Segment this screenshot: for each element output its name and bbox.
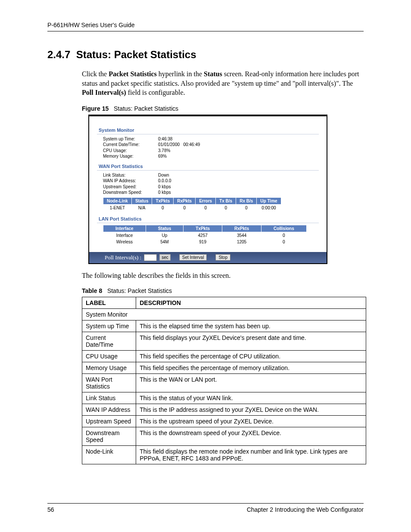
table-row: Current Date/TimeThis field displays you… — [82, 332, 366, 350]
stop-button[interactable]: Stop — [215, 254, 230, 261]
cell: Up — [146, 232, 184, 239]
kv-value: 0 kbps — [158, 184, 171, 190]
poll-unit: sec — [159, 254, 171, 261]
kv-row: Memory Usage:69% — [103, 153, 319, 159]
cell: 0 — [216, 204, 236, 211]
kv-row: CPU Usage:3.78% — [103, 148, 319, 154]
section-heading: 2.4.7 Status: Packet Statistics — [47, 49, 364, 61]
cell-description: This is the status of your WAN link. — [136, 392, 366, 404]
cell-label: Node-Link — [82, 445, 136, 464]
col-header: RxPkts — [174, 197, 196, 204]
kv-row: WAN IP Address:0.0.0.0 — [103, 178, 319, 184]
kv-label: System up Time: — [103, 136, 158, 142]
set-interval-button[interactable]: Set Interval — [179, 254, 207, 261]
panel-title-lan: LAN Port Statistics — [97, 215, 319, 223]
cell-label: Current Date/Time — [82, 332, 136, 350]
col-header: Rx B/s — [236, 197, 257, 204]
col-header: TxPkts — [152, 197, 174, 204]
table-label: Table 8 — [82, 287, 102, 294]
kv-value: 0:46:38 — [158, 136, 172, 142]
cell-description: This field displays your ZyXEL Device's … — [136, 332, 366, 350]
description-table: LABELDESCRIPTIONSystem MonitorSystem up … — [82, 297, 366, 464]
kv-row: Current Date/Time:01/01/2000 00:46:49 — [103, 142, 319, 148]
cell: 1205 — [222, 239, 262, 245]
table-row: 1-ENETN/A000000:00:00 — [103, 204, 281, 211]
cell-span: System Monitor — [82, 308, 366, 320]
col-header: TxPkts — [184, 225, 222, 232]
cell: 0 — [261, 239, 306, 245]
kv-label: CPU Usage: — [103, 148, 158, 154]
kv-row: Upstream Speed:0 kbps — [103, 184, 319, 190]
cell-label: Downstream Speed — [82, 427, 136, 445]
cell-label: WAN IP Address — [82, 404, 136, 415]
poll-label: Poll Interval(s) : — [105, 254, 141, 261]
table-row: Link StatusThis is the status of your WA… — [82, 392, 366, 404]
col-header: Status — [146, 225, 184, 232]
cell: 0 — [236, 204, 257, 211]
kv-value: 01/01/2000 00:46:49 — [158, 142, 200, 148]
figure-screenshot: System Monitor System up Time:0:46:38Cur… — [88, 115, 327, 264]
cell: Interface — [103, 232, 146, 239]
table-caption: Table 8 Status: Packet Statistics — [82, 287, 364, 294]
figure-caption: Figure 15 Status: Packet Statistics — [82, 105, 364, 112]
col-header: Interface — [103, 225, 146, 232]
kv-value: 69% — [158, 153, 167, 159]
kv-label: Downstream Speed: — [103, 190, 158, 196]
kv-row: System up Time:0:46:38 — [103, 136, 319, 142]
cell: 0 — [196, 204, 216, 211]
page-number: 56 — [47, 506, 54, 513]
cell: 4257 — [184, 232, 222, 239]
cell: Wireless — [103, 239, 146, 245]
kv-label: Upstream Speed: — [103, 184, 158, 190]
section-title: Status: Packet Statistics — [76, 49, 196, 60]
cell-label: CPU Usage — [82, 350, 136, 362]
poll-interval-input[interactable] — [144, 254, 157, 261]
kv-label: Memory Usage: — [103, 153, 158, 159]
figure-title: Status: Packet Statistics — [114, 105, 178, 112]
cell: 0 — [152, 204, 174, 211]
cell: 3544 — [222, 232, 262, 239]
kv-label: WAN IP Address: — [103, 178, 158, 184]
kv-value: 0 kbps — [158, 190, 171, 196]
kv-row: Downstream Speed:0 kbps — [103, 190, 319, 196]
table-row: System Monitor — [82, 308, 366, 320]
table-row: System up TimeThis is the elapsed time t… — [82, 320, 366, 332]
col-header: Tx B/s — [216, 197, 236, 204]
cell-label: Link Status — [82, 392, 136, 404]
cell-description: This field specifies the percentage of C… — [136, 350, 366, 362]
cell: 0 — [174, 204, 196, 211]
table-row: InterfaceUp425735440 — [103, 232, 307, 239]
kv-label: Current Date/Time: — [103, 142, 158, 148]
follow-paragraph: The following table describes the fields… — [82, 272, 364, 280]
col-header: Up Time — [257, 197, 281, 204]
kv-value: Down — [158, 172, 169, 178]
table-row: CPU UsageThis field specifies the percen… — [82, 350, 366, 362]
page-footer: 56 Chapter 2 Introducing the Web Configu… — [47, 503, 364, 513]
wan-kv-block: Link Status:DownWAN IP Address:0.0.0.0Up… — [97, 171, 319, 197]
panel-title-wan: WAN Port Statistics — [97, 163, 319, 171]
cell-description: This is the IP address assigned to your … — [136, 404, 366, 415]
lan-stats-table: InterfaceStatusTxPktsRxPktsCollisionsInt… — [103, 225, 307, 245]
cell: 0 — [261, 232, 306, 239]
cell-description: This is the elapsed time the system has … — [136, 320, 366, 332]
col-header: Status — [131, 197, 152, 204]
kv-value: 0.0.0.0 — [158, 178, 171, 184]
poll-interval-bar: Poll Interval(s) : sec Set Interval Stop — [89, 252, 327, 263]
col-header-label: LABEL — [82, 297, 136, 308]
running-head: P-661H/HW Series User's Guide — [47, 22, 364, 31]
cell-description: This field specifies the percentage of m… — [136, 362, 366, 373]
table-row: WAN Port StatisticsThis is the WAN or LA… — [82, 373, 366, 392]
system-monitor-block: System up Time:0:46:38Current Date/Time:… — [97, 134, 319, 161]
col-header: Collisions — [261, 225, 306, 232]
cell: 0:00:00 — [257, 204, 281, 211]
cell: 1-ENET — [103, 204, 132, 211]
cell: 54M — [146, 239, 184, 245]
table-row: Node-LinkThis field displays the remote … — [82, 445, 366, 464]
table-row: Wireless54M91912050 — [103, 239, 307, 245]
table-row: Downstream SpeedThis is the downstream s… — [82, 427, 366, 445]
wan-stats-table: Node-LinkStatusTxPktsRxPktsErrorsTx B/sR… — [103, 197, 281, 211]
cell: N/A — [131, 204, 152, 211]
col-header: Node-Link — [103, 197, 132, 204]
cell-description: This is the WAN or LAN port. — [136, 373, 366, 392]
cell-description: This is the upstream speed of your ZyXEL… — [136, 415, 366, 427]
